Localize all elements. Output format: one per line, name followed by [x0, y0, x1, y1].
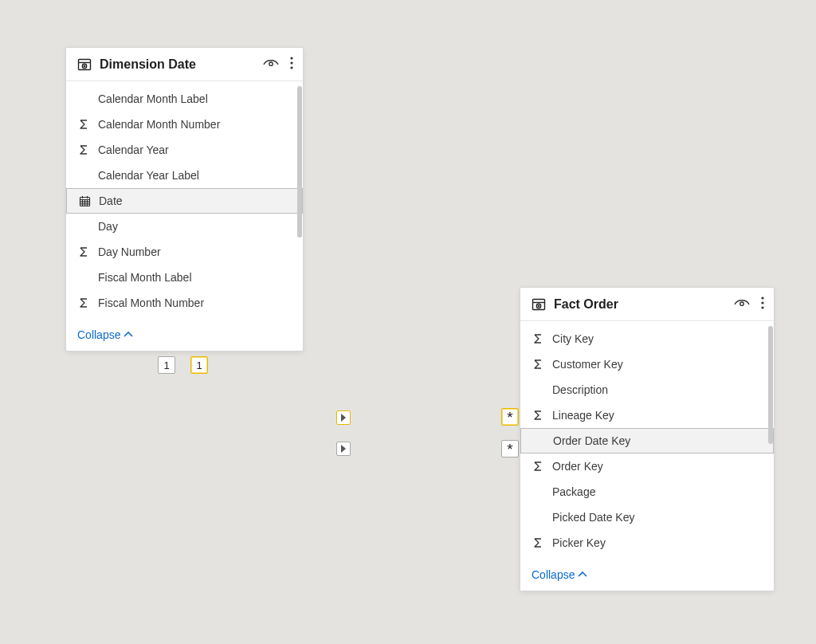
field-label: Calendar Month Label — [98, 92, 208, 105]
field-row[interactable]: City Key — [520, 326, 769, 351]
field-row[interactable]: Description — [520, 377, 769, 402]
field-row[interactable]: Picker Key — [520, 530, 769, 556]
table-card-dimension-date[interactable]: Dimension Date Calendar Month LabelCalen… — [65, 47, 304, 351]
rel-active-to-label: * — [507, 410, 512, 425]
field-row[interactable]: Calendar Month Label — [66, 86, 298, 112]
field-row[interactable]: Day — [66, 214, 298, 239]
field-row[interactable]: Date — [66, 188, 303, 214]
field-label: Calendar Month Number — [98, 118, 220, 131]
field-label: City Key — [552, 332, 594, 345]
table-header[interactable]: Dimension Date — [66, 48, 303, 81]
collapse-link[interactable]: Collapse — [66, 322, 303, 351]
field-label: Package — [552, 485, 595, 498]
field-label: Customer Key — [552, 358, 623, 371]
svg-point-3 — [269, 62, 273, 65]
sigma-icon — [532, 359, 544, 370]
svg-point-14 — [761, 306, 763, 308]
field-label: Fiscal Month Number — [98, 296, 204, 309]
collapse-label: Collapse — [77, 328, 120, 341]
visibility-icon[interactable] — [263, 57, 279, 72]
sigma-icon — [77, 119, 90, 130]
field-scrollbar[interactable] — [768, 326, 773, 444]
chevron-up-icon — [124, 332, 133, 338]
table-title: Dimension Date — [100, 57, 255, 72]
field-label: Fiscal Month Label — [98, 271, 192, 284]
field-row[interactable]: Order Date Key — [520, 428, 774, 454]
table-card-fact-order[interactable]: Fact Order City KeyCustomer KeyDescripti… — [520, 287, 775, 591]
svg-point-12 — [761, 296, 763, 299]
field-row[interactable]: Picked Date Key — [520, 505, 769, 530]
field-label: Picked Date Key — [552, 511, 635, 524]
field-label: Day — [98, 220, 118, 233]
field-row[interactable]: Calendar Year Label — [66, 163, 298, 188]
svg-point-5 — [290, 61, 292, 64]
more-options-icon[interactable] — [761, 296, 764, 312]
field-label: Calendar Year Label — [98, 169, 199, 182]
sigma-icon — [77, 297, 90, 308]
svg-point-4 — [290, 57, 292, 59]
field-row[interactable]: Package — [520, 479, 769, 505]
sigma-icon — [532, 410, 544, 421]
field-label: Calendar Year — [98, 143, 169, 156]
field-list: City KeyCustomer KeyDescriptionLineage K… — [520, 321, 774, 562]
svg-rect-2 — [84, 65, 85, 66]
field-label: Order Date Key — [553, 434, 630, 447]
field-list: Calendar Month LabelCalendar Month Numbe… — [66, 81, 303, 322]
field-scrollbar[interactable] — [297, 86, 302, 238]
sigma-icon — [77, 144, 90, 155]
table-icon — [77, 57, 92, 72]
field-row[interactable]: Calendar Year — [66, 137, 298, 163]
field-label: Day Number — [98, 245, 161, 258]
model-canvas[interactable]: 1 * 1 * Dimensi — [0, 0, 816, 644]
sigma-icon — [77, 246, 90, 257]
field-label: Description — [552, 383, 608, 396]
field-label: Picker Key — [552, 536, 606, 549]
more-options-icon[interactable] — [290, 57, 293, 73]
field-label: Lineage Key — [552, 409, 614, 422]
svg-rect-10 — [538, 304, 539, 306]
field-label: Date — [99, 194, 123, 207]
svg-point-11 — [740, 302, 743, 305]
field-row[interactable]: Fiscal Month Label — [66, 265, 298, 290]
table-title: Fact Order — [554, 297, 726, 312]
field-row[interactable]: Calendar Month Number — [66, 112, 298, 137]
rel-inactive-from-label: 1 — [163, 359, 169, 371]
rel-inactive-direction-arrow[interactable] — [336, 442, 351, 456]
field-row[interactable]: Customer Key — [520, 351, 769, 377]
rel-active-direction-arrow[interactable] — [336, 410, 351, 425]
sigma-icon — [532, 461, 544, 472]
date-icon — [78, 195, 91, 207]
svg-point-6 — [290, 66, 292, 69]
field-row[interactable]: Fiscal Month Number — [66, 290, 298, 316]
chevron-up-icon — [578, 571, 587, 578]
table-icon — [532, 297, 546, 312]
rel-active-from-label: 1 — [196, 359, 202, 371]
rel-inactive-to-label: * — [507, 442, 512, 457]
field-row[interactable]: Lineage Key — [520, 402, 769, 428]
field-row[interactable]: Order Key — [520, 454, 769, 479]
field-row[interactable]: Day Number — [66, 239, 298, 265]
svg-point-13 — [761, 301, 763, 304]
visibility-icon[interactable] — [734, 297, 750, 312]
rel-active-from-cardinality[interactable]: 1 — [190, 356, 208, 374]
sigma-icon — [532, 537, 544, 548]
sigma-icon — [532, 333, 544, 344]
field-label: Order Key — [552, 460, 603, 473]
collapse-link[interactable]: Collapse — [520, 562, 774, 591]
rel-inactive-to-cardinality[interactable]: * — [501, 440, 519, 457]
rel-inactive-from-cardinality[interactable]: 1 — [158, 356, 175, 374]
rel-active-to-cardinality[interactable]: * — [501, 408, 519, 426]
collapse-label: Collapse — [532, 568, 575, 581]
table-header[interactable]: Fact Order — [520, 288, 774, 321]
